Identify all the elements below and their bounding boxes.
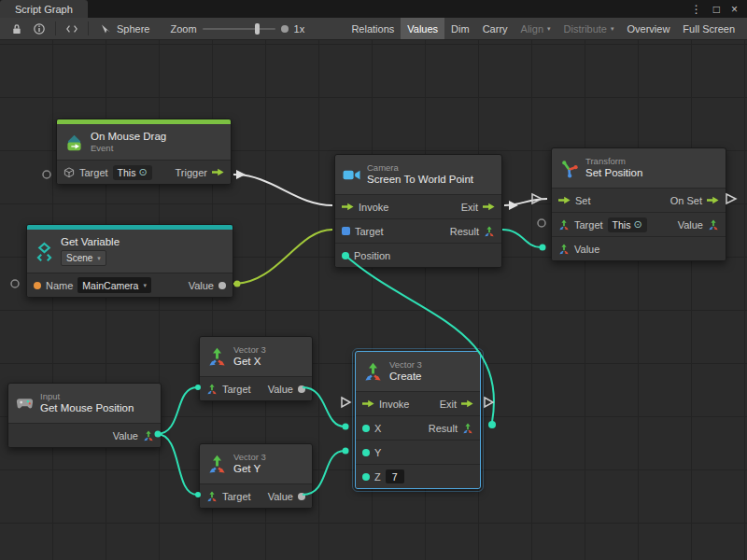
lock-button[interactable] <box>6 18 28 39</box>
node-title: Create <box>389 371 422 383</box>
vector-port-icon <box>342 252 349 259</box>
port-position-input[interactable]: Position <box>342 250 390 261</box>
camera-type-port-icon <box>342 227 350 235</box>
info-icon <box>34 23 45 35</box>
inspect-button[interactable] <box>28 18 50 39</box>
code-icon <box>66 23 78 35</box>
port-invoke-input[interactable]: Invoke <box>342 202 388 213</box>
port-invoke-input[interactable]: Invoke <box>362 399 409 410</box>
port-x-input[interactable]: X <box>362 423 381 434</box>
toolbar-button-carry[interactable]: Carry <box>476 18 514 39</box>
toolbar-separator <box>55 21 56 35</box>
vector3-port-icon <box>206 384 218 395</box>
node-title: Get X <box>233 356 266 368</box>
connection-wire-result-value[interactable] <box>502 230 541 247</box>
chevron-down-icon: ▾ <box>611 25 614 32</box>
this-target-chip[interactable]: This ⊙ <box>113 165 152 180</box>
toolbar-button-distribute[interactable]: Distribute▾ <box>557 18 621 39</box>
node-title: Get Mouse Position <box>40 402 134 414</box>
connection-wire-exit-set[interactable] <box>504 199 547 205</box>
toolbar-button-dim[interactable]: Dim <box>444 18 476 39</box>
port-target-input[interactable]: Target <box>206 491 251 502</box>
window-close-icon[interactable]: × <box>731 4 738 15</box>
port-transform-target-input[interactable]: Target This ⊙ <box>558 217 647 232</box>
vector3-icon <box>207 347 227 367</box>
port-z-input[interactable]: Z 7 <box>362 469 404 483</box>
port-value-output[interactable]: Value <box>113 430 154 441</box>
port-value-input[interactable]: Value <box>558 244 599 255</box>
window-controls: ⋮ □ × <box>691 0 747 18</box>
node-get-x[interactable]: Vector 3 Get X Target Value <box>199 336 313 401</box>
toolbar-button-values[interactable]: Values <box>401 18 444 39</box>
zoom-value: 1x <box>294 23 305 35</box>
float-port-icon <box>362 473 370 481</box>
node-title: Get Y <box>233 463 266 475</box>
port-camera-target-input[interactable]: Target <box>342 226 384 237</box>
flow-arrow-icon <box>212 168 224 176</box>
node-category: Transform <box>585 157 642 166</box>
zoom-reset-dot[interactable] <box>281 25 289 33</box>
toolbar-button-fullscreen[interactable]: Full Screen <box>676 18 741 39</box>
toolbar-button-align[interactable]: Align▾ <box>514 18 557 39</box>
graph-canvas[interactable]: On Mouse Drag Event Target This ⊙ Trigge… <box>0 40 747 560</box>
vector3-icon <box>363 362 383 382</box>
port-value-output[interactable]: Value <box>268 384 305 395</box>
toolbar-button-overview[interactable]: Overview <box>621 18 677 39</box>
toolbar-button-relations[interactable]: Relations <box>345 18 401 39</box>
event-icon <box>64 133 84 152</box>
port-value-output[interactable]: Value <box>268 491 305 502</box>
zoom-slider-handle[interactable] <box>255 23 260 35</box>
zoom-label: Zoom <box>170 23 196 35</box>
port-result-output[interactable]: Result <box>429 423 473 434</box>
variable-scope-dropdown[interactable]: Scene ▾ <box>61 250 106 266</box>
node-get-variable[interactable]: Get Variable Scene ▾ Name MainCamera ▾ V… <box>26 224 233 298</box>
tab-script-graph[interactable]: Script Graph <box>0 0 88 18</box>
vector3-port-icon <box>558 219 570 231</box>
port-trigger-output[interactable]: Trigger <box>176 167 224 178</box>
port-set-input[interactable]: Set <box>558 195 591 206</box>
vector3-port-icon <box>143 430 154 441</box>
port-exit-output[interactable]: Exit <box>461 202 495 213</box>
target-self-icon: ⊙ <box>633 218 641 231</box>
cube-icon <box>63 167 75 178</box>
variable-name-field[interactable]: MainCamera ▾ <box>78 277 151 293</box>
node-get-mouse-position[interactable]: Input Get Mouse Position Value <box>7 383 162 448</box>
window-menu-icon[interactable]: ⋮ <box>691 4 702 15</box>
this-target-chip[interactable]: This ⊙ <box>608 217 647 232</box>
port-target-input[interactable]: Target <box>206 384 251 395</box>
connection-wire-trigger-invoke[interactable] <box>233 175 332 205</box>
port-y-input[interactable]: Y <box>362 447 381 458</box>
port-name-input[interactable]: Name MainCamera ▾ <box>34 277 151 293</box>
chevron-down-icon: ▾ <box>97 255 101 261</box>
node-title: Screen To World Point <box>367 174 473 186</box>
port-on-set-output[interactable]: On Set <box>670 195 719 206</box>
node-get-y[interactable]: Vector 3 Get Y Target Value <box>199 443 313 509</box>
node-vector3-create[interactable]: Vector 3 Create Invoke Exit X Result <box>355 351 481 489</box>
z-value-field[interactable]: 7 <box>386 469 404 483</box>
lock-icon <box>11 23 22 35</box>
toolbar-separator <box>88 21 89 35</box>
window-maximize-icon[interactable]: □ <box>713 4 720 15</box>
port-target-input[interactable]: Target This ⊙ <box>63 165 152 180</box>
zoom-slider[interactable] <box>203 28 275 30</box>
string-port-icon <box>34 282 41 289</box>
flow-arrow-icon <box>362 399 374 408</box>
variable-icon <box>35 242 54 261</box>
float-port-icon <box>298 493 305 500</box>
node-set-position[interactable]: Transform Set Position Set On Set Target… <box>551 147 726 261</box>
connection-wire-mouse-getx[interactable] <box>157 387 197 434</box>
tab-title: Script Graph <box>15 4 73 15</box>
port-exit-output[interactable]: Exit <box>440 399 473 410</box>
node-on-mouse-drag[interactable]: On Mouse Drag Event Target This ⊙ Trigge… <box>56 119 232 185</box>
flow-arrow-icon <box>483 203 495 211</box>
connection-wire-variable-target[interactable] <box>233 230 332 284</box>
port-value-output[interactable]: Value <box>189 280 226 291</box>
vector3-icon <box>207 455 227 474</box>
connection-wire-mouse-gety[interactable] <box>157 434 197 495</box>
node-screen-to-world-point[interactable]: Camera Screen To World Point Invoke Exit… <box>334 154 502 268</box>
vector3-port-icon <box>558 244 570 255</box>
graph-context-button[interactable]: Sphere <box>93 23 157 35</box>
port-result-output[interactable]: Result <box>450 226 495 237</box>
port-value-output[interactable]: Value <box>678 219 719 231</box>
code-view-button[interactable] <box>61 18 83 39</box>
